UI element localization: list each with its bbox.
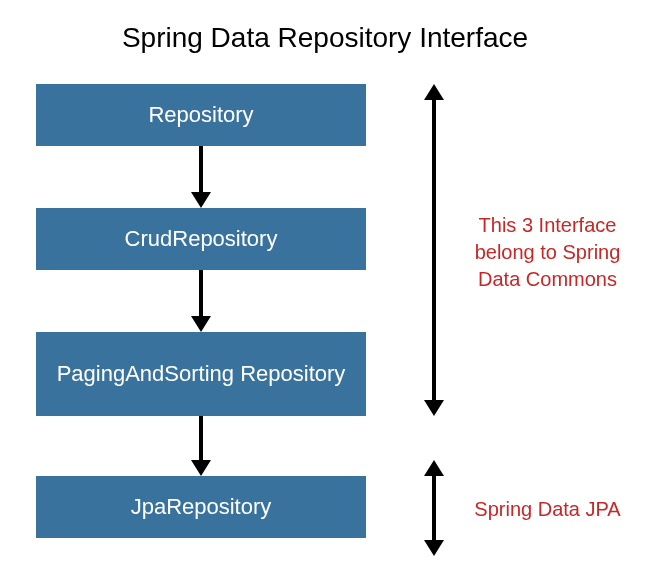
annotation-commons: This 3 Interface belong to Spring Data C…: [455, 212, 640, 293]
box-crud-repository-label: CrudRepository: [125, 226, 278, 252]
arrow-down-icon: [196, 270, 206, 332]
box-paging-sorting-repository: PagingAndSorting Repository: [36, 332, 366, 416]
page-title: Spring Data Repository Interface: [0, 22, 650, 54]
box-repository: Repository: [36, 84, 366, 146]
box-jpa-repository-label: JpaRepository: [131, 494, 272, 520]
arrow-down-icon: [196, 416, 206, 476]
box-crud-repository: CrudRepository: [36, 208, 366, 270]
box-repository-label: Repository: [148, 102, 253, 128]
annotation-jpa: Spring Data JPA: [455, 496, 640, 523]
double-arrow-icon: [424, 460, 444, 556]
box-jpa-repository: JpaRepository: [36, 476, 366, 538]
box-paging-sorting-repository-label: PagingAndSorting Repository: [57, 361, 346, 387]
arrow-down-icon: [196, 146, 206, 208]
double-arrow-icon: [424, 84, 444, 416]
